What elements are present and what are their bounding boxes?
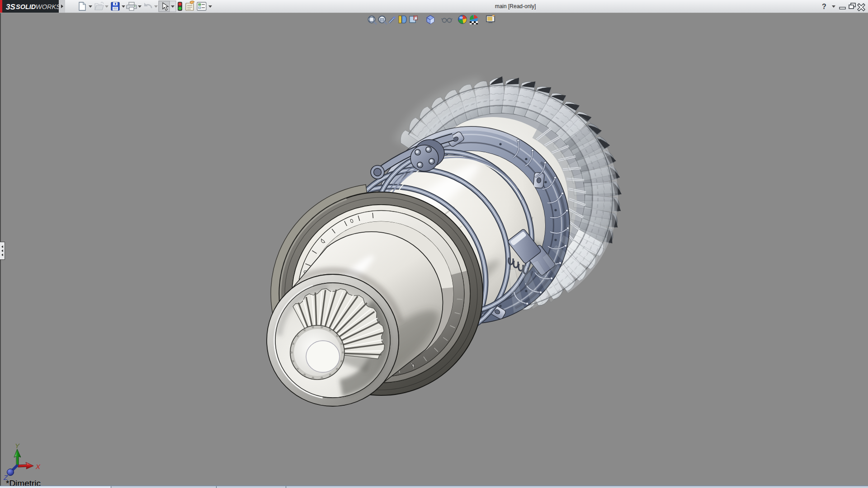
svg-text:WORKS: WORKS [36,3,59,10]
svg-text:Y: Y [15,442,20,450]
svg-text:X: X [35,463,41,470]
svg-text:3S: 3S [6,3,15,11]
svg-text:?: ? [822,3,826,10]
svg-text:SOLID: SOLID [16,3,36,10]
